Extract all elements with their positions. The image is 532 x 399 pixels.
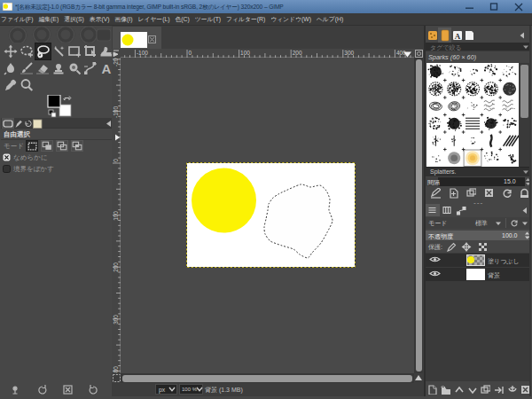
svg-text:100: 100: [240, 50, 250, 56]
svg-text:400: 400: [113, 366, 119, 373]
svg-text:300: 300: [344, 50, 354, 56]
svg-text:300: 300: [113, 315, 119, 325]
svg-text:A: A: [455, 32, 461, 41]
svg-text:-100: -100: [137, 50, 148, 56]
svg-text:0: 0: [113, 159, 119, 162]
svg-text:0: 0: [189, 50, 192, 56]
svg-text:-200: -200: [113, 58, 119, 66]
svg-text:200: 200: [293, 50, 302, 56]
svg-text:A: A: [102, 61, 112, 75]
svg-text:200: 200: [113, 262, 119, 272]
svg-text:100: 100: [113, 211, 119, 221]
svg-text:-100: -100: [113, 106, 119, 118]
